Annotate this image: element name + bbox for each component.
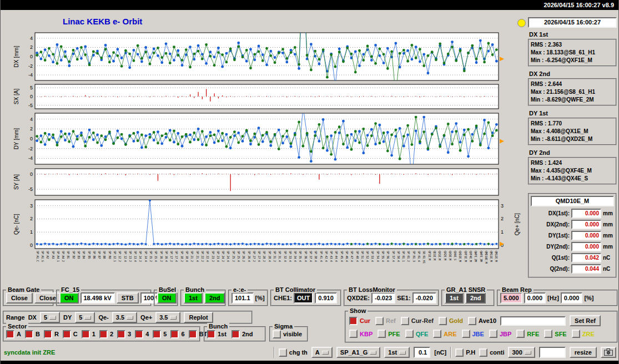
bpm-label: SP_23_4: [217, 251, 220, 283]
checkbox-box: [439, 317, 447, 325]
checkbox-box: [433, 330, 441, 338]
bpm-label: QX2E_M: [444, 251, 447, 283]
gr-a1-1st-button[interactable]: 1st: [445, 292, 464, 304]
checkbox-rfe[interactable]: RFE: [516, 330, 539, 338]
monitor-row-label: Q(1st):: [531, 255, 570, 261]
checkbox-1[interactable]: 1: [82, 330, 95, 338]
bpm-label: SP_48_4: [356, 251, 359, 283]
sector-select[interactable]: A: [311, 347, 333, 358]
checkbox-label: SFE: [555, 331, 566, 337]
gr-a1-2nd-button[interactable]: 2nd: [465, 292, 486, 304]
range-qep-select[interactable]: 3.5: [155, 312, 180, 323]
bpm-label: SP_12_2: [118, 251, 122, 283]
range-dy-select[interactable]: 5: [75, 312, 95, 323]
select-value: 1st: [388, 349, 397, 356]
checkbox-label: 2nd: [242, 331, 253, 337]
range-qem-select[interactable]: 3.5: [112, 312, 137, 323]
ref-file-input[interactable]: [500, 316, 566, 326]
bpm-label: SP_17_2: [170, 251, 173, 283]
checkbox-3[interactable]: 3: [117, 330, 131, 338]
checkbox-label: 5: [163, 331, 167, 337]
select-value: 3.5: [159, 314, 168, 321]
bpm-label: SP_A2: [46, 251, 49, 283]
checkbox-p-h[interactable]: P.H: [455, 348, 475, 357]
checkbox-label: 1: [92, 331, 95, 337]
select-value: A: [315, 349, 320, 356]
checkbox-jbe[interactable]: JBE: [462, 330, 484, 338]
snapshot-button[interactable]: [601, 347, 616, 358]
stat-rms: RMS : 2.644: [531, 80, 614, 88]
checkbox-ave10[interactable]: Ave10: [468, 317, 496, 325]
bpm-label: SP_24_4: [227, 251, 230, 283]
checkbox-box: [170, 330, 179, 338]
checkbox-sfe[interactable]: SFE: [544, 330, 566, 338]
hz-unit-label: [Hz]: [547, 295, 559, 301]
resize-button[interactable]: resize: [570, 347, 597, 358]
checkbox-2[interactable]: 2: [99, 330, 113, 338]
select-value: 300: [512, 349, 522, 356]
checkbox-c[interactable]: C: [63, 330, 78, 338]
bpm-label: SP_42_4: [325, 251, 328, 283]
dropdown-mark-icon: [84, 316, 91, 320]
checkbox-5[interactable]: 5: [153, 330, 167, 338]
beam-gate-close-1-button[interactable]: Close: [6, 292, 33, 304]
checkbox-6[interactable]: 6: [170, 330, 184, 338]
fc15-kv-readout: 18.498 kV: [80, 292, 115, 304]
blank-field[interactable]: [539, 347, 566, 358]
checkbox-2nd[interactable]: 2nd: [232, 330, 253, 338]
bpm-label: SP_27_4: [258, 251, 261, 283]
checkbox-cur[interactable]: Cur: [349, 317, 370, 325]
checkbox-1st[interactable]: 1st: [207, 330, 227, 338]
checkbox-zre[interactable]: ZRE: [572, 330, 595, 338]
checkbox-are[interactable]: ARE: [433, 330, 456, 338]
stat-min: Min : -6.254@QXF1E_M: [531, 57, 614, 64]
checkbox-r[interactable]: R: [44, 330, 59, 338]
bpm-label: SP_12_4: [124, 251, 127, 283]
bpm-label: SP_A4_1: [57, 251, 60, 283]
checkbox-box: [25, 330, 33, 338]
group-label: Beam Rep: [500, 286, 534, 293]
checkbox-jbp[interactable]: JBP: [489, 330, 511, 338]
checkbox-qfe[interactable]: QFE: [405, 330, 429, 338]
se1-readout: -0.020: [412, 292, 436, 304]
percent-unit-label: [%]: [584, 295, 593, 301]
fc15-stb-button[interactable]: STB: [117, 292, 139, 304]
bpm-label: SP_52_4: [366, 251, 369, 283]
gr-a1-snsr-group: GR_A1 SNSR 1st 2nd: [441, 290, 495, 306]
checkbox-visible[interactable]: visible: [273, 330, 302, 338]
checkbox-kbp[interactable]: KBP: [349, 330, 373, 338]
checkbox-cur-ref[interactable]: Cur-Ref: [401, 317, 434, 325]
separator: [450, 347, 451, 358]
select-value: 5: [79, 314, 82, 321]
checkbox-ref[interactable]: Ref: [375, 317, 396, 325]
bunch-2nd-button[interactable]: 2nd: [204, 292, 225, 304]
bpm-label: SP_61_2: [407, 251, 410, 283]
svg-text:-5: -5: [28, 186, 33, 192]
qxd2e-label: QXD2E:: [347, 295, 370, 301]
checkbox-gold[interactable]: Gold: [439, 317, 463, 325]
threshold-field[interactable]: 0.1: [414, 347, 430, 358]
busel-on-button[interactable]: ON: [157, 292, 177, 304]
checkbox-conti[interactable]: conti: [479, 348, 504, 357]
svg-text:-2: -2: [28, 63, 33, 69]
fc15-on-button[interactable]: ON: [59, 292, 79, 304]
checkbox-box: [572, 330, 580, 338]
range-dx-select[interactable]: 5: [40, 312, 60, 323]
bpm-select[interactable]: SP_A1_G: [336, 347, 381, 358]
set-ref-button[interactable]: Set Ref: [570, 315, 601, 326]
checkbox-b[interactable]: B: [25, 330, 40, 338]
bpm-label: SP_27_2: [253, 251, 256, 283]
range-dy-label: DY: [63, 314, 72, 321]
interval-select[interactable]: 300: [508, 347, 535, 358]
bunch-select[interactable]: 1st: [384, 347, 410, 358]
checkbox-4[interactable]: 4: [135, 330, 149, 338]
checkbox-label: PFE: [388, 331, 400, 337]
dropdown-mark-icon: [322, 351, 329, 355]
range-group: Range DX 5 DY 5 Qe- 3.5 Qe+ 3.5 Replot: [3, 311, 253, 324]
checkbox-pfe[interactable]: PFE: [378, 330, 400, 338]
bunch-1st-button[interactable]: 1st: [184, 292, 203, 304]
replot-button[interactable]: Replot: [184, 312, 213, 323]
svg-text:4: 4: [30, 117, 33, 122]
checkbox-a[interactable]: A: [6, 330, 21, 338]
checkbox-chg-th[interactable]: chg th: [279, 348, 308, 357]
